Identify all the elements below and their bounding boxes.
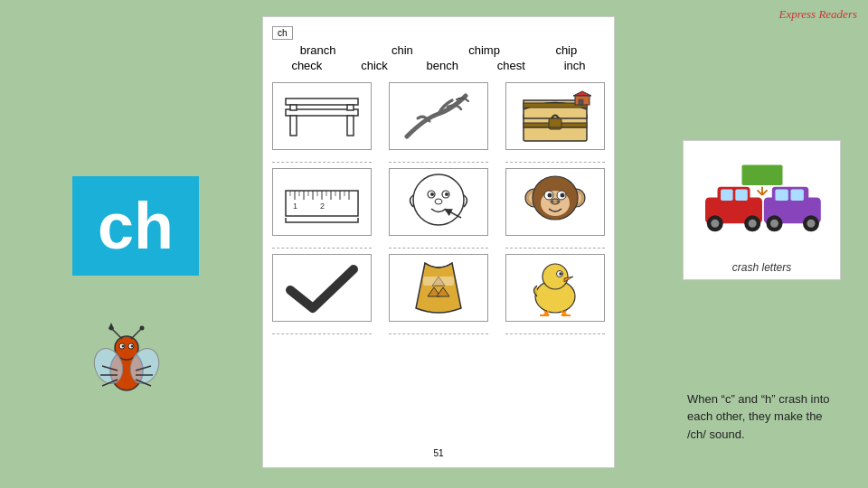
face-svg xyxy=(398,173,479,231)
monkey-image xyxy=(505,168,605,236)
ruler-image: 1 2 xyxy=(272,168,372,236)
word-bench: bench xyxy=(427,59,458,72)
image-row-2: 1 2 xyxy=(272,168,605,236)
dash-1c xyxy=(505,154,605,163)
svg-point-89 xyxy=(552,201,554,203)
bench-svg xyxy=(281,89,363,144)
chest-svg xyxy=(514,87,596,145)
svg-point-76 xyxy=(435,199,442,204)
word-chip: chip xyxy=(555,43,577,57)
dash-1a xyxy=(272,154,372,163)
svg-point-98 xyxy=(559,272,562,276)
svg-rect-42 xyxy=(347,116,354,136)
svg-point-5 xyxy=(140,326,145,331)
svg-point-90 xyxy=(557,201,560,203)
svg-rect-53 xyxy=(579,99,583,105)
page-number: 51 xyxy=(433,445,443,458)
svg-point-87 xyxy=(561,193,565,198)
svg-line-4 xyxy=(131,328,142,339)
dash-3a xyxy=(272,325,372,334)
chips-svg xyxy=(398,258,479,317)
svg-point-27 xyxy=(748,219,756,227)
svg-marker-6 xyxy=(108,323,114,329)
chest-image xyxy=(505,82,605,150)
bench-image xyxy=(272,82,372,150)
ch-block: ch xyxy=(72,176,199,276)
svg-rect-43 xyxy=(290,105,297,110)
svg-rect-40 xyxy=(286,99,358,105)
words-row1: branch chin chimp chip xyxy=(272,43,605,57)
word-branch: branch xyxy=(300,43,336,57)
svg-rect-31 xyxy=(790,189,803,201)
checkmark-svg xyxy=(281,258,363,317)
svg-text:1: 1 xyxy=(293,202,297,211)
word-list: branch chin chimp chip check chick bench… xyxy=(272,43,605,78)
svg-point-75 xyxy=(445,192,448,196)
chick-image xyxy=(505,254,605,322)
svg-rect-23 xyxy=(735,189,748,201)
branch-svg xyxy=(398,87,479,145)
bug-svg xyxy=(77,321,176,402)
svg-point-25 xyxy=(711,219,719,227)
dashed-row-1 xyxy=(272,154,605,163)
svg-point-96 xyxy=(542,264,568,289)
svg-marker-51 xyxy=(573,91,591,96)
dash-3b xyxy=(389,325,488,334)
dash-2a xyxy=(272,239,372,249)
ruler-svg: 1 2 xyxy=(281,173,363,231)
description-text: When “c” and “h” crash into each other, … xyxy=(687,390,841,444)
svg-rect-94 xyxy=(423,277,454,286)
dash-3c xyxy=(505,325,605,334)
chin-image xyxy=(389,168,488,236)
svg-rect-22 xyxy=(721,189,733,201)
crash-card: crash letters xyxy=(683,140,841,280)
crash-label: crash letters xyxy=(732,261,791,274)
svg-text:2: 2 xyxy=(320,202,325,211)
word-check: check xyxy=(291,59,322,72)
word-chimp: chimp xyxy=(468,43,500,57)
worksheet-label: ch xyxy=(272,26,293,40)
svg-rect-30 xyxy=(775,189,788,201)
bug-illustration xyxy=(72,316,181,407)
words-row2: check chick bench chest inch xyxy=(272,59,605,72)
svg-rect-19 xyxy=(741,164,782,185)
checkmark-image xyxy=(272,254,372,322)
svg-point-35 xyxy=(807,219,815,227)
word-chest: chest xyxy=(497,59,525,72)
crash-cars-svg xyxy=(694,161,830,242)
dash-2c xyxy=(505,239,605,249)
monkey-svg xyxy=(514,173,596,231)
chick-svg xyxy=(514,258,596,317)
svg-point-74 xyxy=(430,192,434,196)
word-chin: chin xyxy=(392,43,413,57)
crash-car-image xyxy=(684,141,840,261)
word-chick: chick xyxy=(361,59,388,72)
dashed-row-2 xyxy=(272,239,605,249)
svg-point-10 xyxy=(131,345,134,348)
worksheet: ch branch chin chimp chip check chick be… xyxy=(262,16,615,468)
svg-point-86 xyxy=(548,193,552,198)
svg-point-9 xyxy=(122,345,125,348)
image-row-3 xyxy=(272,254,605,322)
svg-line-2 xyxy=(111,328,122,339)
dash-1b xyxy=(389,154,488,163)
svg-rect-41 xyxy=(290,116,297,136)
image-row-1 xyxy=(272,82,605,150)
svg-rect-44 xyxy=(347,105,354,110)
chips-image xyxy=(389,254,488,322)
ch-text: ch xyxy=(98,189,174,263)
dashed-row-3 xyxy=(272,325,605,334)
brand-label: Express Readers xyxy=(778,7,857,22)
branch-image xyxy=(389,82,488,150)
word-inch: inch xyxy=(564,59,586,72)
svg-point-33 xyxy=(770,219,778,227)
dash-2b xyxy=(389,239,488,249)
